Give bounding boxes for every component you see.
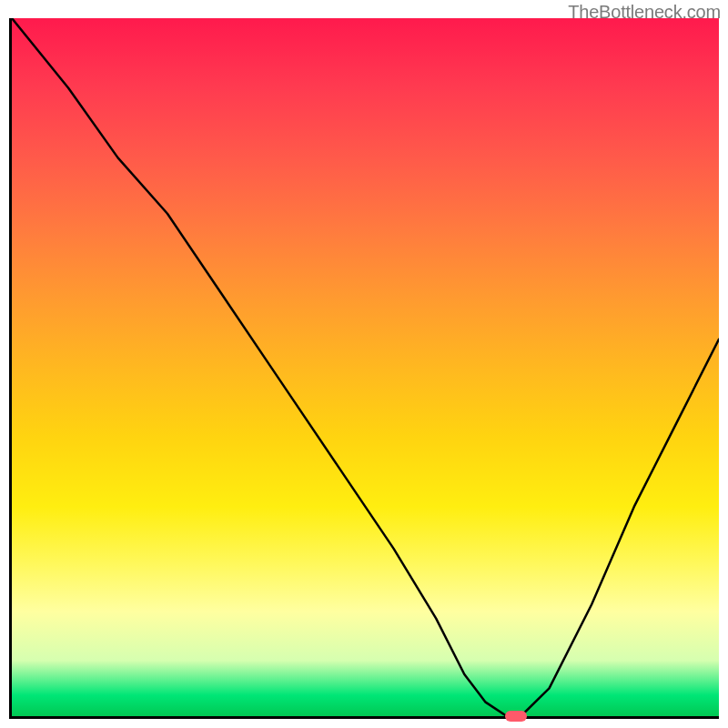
chart-container: TheBottleneck.com (0, 0, 728, 728)
bottleneck-curve (12, 18, 719, 716)
optimal-marker (505, 711, 527, 722)
plot-area (9, 18, 719, 719)
